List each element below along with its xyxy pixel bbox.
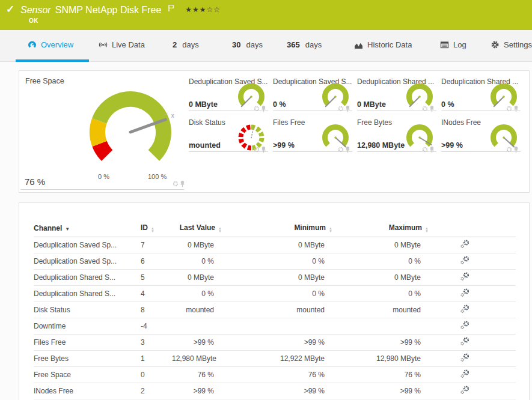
table-row-deduplication-shared-s---[interactable]: Deduplication Shared S...40 %0 %0 % — [34, 285, 516, 302]
min-cell — [222, 318, 332, 334]
channel-settings-cell — [429, 237, 516, 253]
star-empty-icon[interactable]: ☆ — [207, 5, 214, 14]
table-row-disk-status[interactable]: Disk Status8mountedmountedmounted — [34, 302, 516, 318]
gauge-value: >99 % — [441, 141, 463, 150]
tab-log[interactable]: Log — [440, 30, 466, 59]
mini-gauge-tile-8[interactable]: INodes Free >99 % — [441, 117, 521, 152]
tile-gear-pin-icons[interactable] — [246, 145, 267, 153]
star-empty-icon[interactable]: ☆ — [213, 5, 221, 14]
mini-gauge-tile-2[interactable]: Deduplication Saved S... 0 % — [273, 76, 352, 111]
max-cell: 0 MByte — [332, 269, 429, 285]
id-cell: 8 — [141, 302, 172, 318]
channels-table-panel: Channel▼ ID▲▼ Last Value▲▼ Minimum▲▼ Max… — [19, 202, 530, 400]
channel-settings-gears-icon[interactable] — [460, 385, 469, 395]
last-cell: 76 % — [172, 366, 222, 383]
channel-settings-gears-icon[interactable] — [460, 336, 469, 347]
star-filled-icon[interactable]: ★ — [192, 5, 200, 14]
max-cell: >99 % — [332, 334, 429, 350]
col-header-channel[interactable]: Channel▼ — [34, 220, 141, 237]
max-cell — [332, 318, 429, 334]
table-row-free-space[interactable]: Free Space076 %76 %76 % — [34, 366, 516, 383]
priority-flag-icon[interactable] — [168, 4, 174, 14]
tab-settings[interactable]: Settings — [491, 30, 532, 59]
mini-gauge-tile-3[interactable]: Deduplication Shared ... 0 MByte — [357, 76, 436, 111]
tile-divider — [20, 189, 184, 190]
sort-desc-icon: ▼ — [65, 226, 70, 232]
channel-settings-gears-icon[interactable] — [460, 304, 469, 314]
pin-icon — [346, 106, 349, 109]
max-cell: 0 % — [332, 285, 429, 302]
channel-settings-gears-icon[interactable] — [460, 320, 469, 330]
tab-live-data[interactable]: Live Data — [99, 30, 145, 59]
channel-settings-gears-icon[interactable] — [460, 369, 469, 379]
tile-gear-pin-icons[interactable] — [499, 104, 519, 112]
table-row-files-free[interactable]: Files Free3>99 %>99 %>99 % — [34, 334, 516, 350]
tile-gear-pin-icons[interactable] — [415, 145, 435, 153]
mini-gauge-tile-4[interactable]: Deduplication Shared ... 0 % — [441, 76, 521, 111]
pin-icon — [262, 106, 265, 109]
tab-30-days[interactable]: 30 days — [232, 30, 263, 59]
star-filled-icon[interactable]: ★ — [185, 5, 192, 14]
active-tab-underline — [16, 59, 89, 62]
col-header-maximum[interactable]: Maximum▲▼ — [332, 220, 429, 237]
id-cell: 0 — [141, 366, 172, 383]
max-cell: 0 MByte — [332, 237, 429, 253]
object-kind-label: Sensor — [20, 5, 51, 15]
mini-gauge-tile-7[interactable]: Free Bytes 12,980 MByte — [357, 117, 436, 152]
gauge-tile-free-space[interactable]: Free Space x 0 % 100 % 76 % — [19, 71, 188, 193]
chart-icon — [354, 41, 363, 49]
last-cell: 0 MByte — [172, 237, 222, 253]
tile-gear-pin-icons[interactable] — [165, 179, 186, 187]
channel-cell: Deduplication Shared S... — [34, 285, 141, 302]
table-row-downtime[interactable]: Downtime-4 — [34, 318, 516, 334]
channel-settings-gears-icon[interactable] — [460, 353, 469, 363]
pin-icon — [430, 106, 433, 109]
table-row-free-bytes[interactable]: Free Bytes112,980 MByte12,922 MByte12,98… — [34, 350, 516, 366]
id-cell: 1 — [141, 350, 172, 366]
col-header-last-value[interactable]: Last Value▲▼ — [172, 220, 222, 237]
tile-gear-pin-icons[interactable] — [246, 104, 267, 112]
gear-icon — [339, 107, 343, 111]
channel-settings-gears-icon[interactable] — [460, 255, 469, 265]
min-cell: 0 MByte — [222, 269, 332, 285]
tile-gear-pin-icons[interactable] — [331, 104, 351, 112]
col-header-id[interactable]: ID▲▼ — [141, 220, 172, 237]
priority-stars[interactable]: ★★★☆☆ — [185, 5, 221, 14]
gear-icon — [491, 40, 500, 49]
channel-settings-gears-icon[interactable] — [460, 288, 469, 298]
mini-gauge-tile-6[interactable]: Files Free >99 % — [273, 117, 352, 152]
mini-gauge-tile-1[interactable]: Deduplication Saved S... 0 MByte — [189, 76, 268, 111]
tile-gear-pin-icons[interactable] — [415, 104, 435, 112]
table-row-deduplication-shared-s---[interactable]: Deduplication Shared S...50 MByte0 MByte… — [34, 269, 516, 285]
gauge-value: 0 MByte — [189, 100, 218, 109]
channel-settings-gears-icon[interactable] — [460, 239, 469, 249]
pin-icon — [430, 147, 433, 150]
max-cell: mounted — [332, 302, 429, 318]
gear-icon — [507, 107, 511, 111]
id-cell: 2 — [141, 383, 172, 399]
table-row-deduplication-saved-sp---[interactable]: Deduplication Saved Sp...70 MByte0 MByte… — [34, 237, 516, 253]
sensor-title: SNMP NetApp Disk Free — [55, 5, 162, 15]
min-cell: >99 % — [222, 334, 332, 350]
tab-365-days[interactable]: 365 days — [287, 30, 322, 59]
tab-2-days[interactable]: 2 days — [173, 30, 199, 59]
star-filled-icon[interactable]: ★ — [200, 5, 207, 14]
tile-gear-pin-icons[interactable] — [499, 145, 519, 153]
channel-settings-cell — [429, 269, 516, 285]
tile-gear-pin-icons[interactable] — [331, 145, 351, 153]
tab-historic-data[interactable]: Historic Data — [354, 30, 412, 59]
min-cell: 76 % — [222, 366, 332, 383]
table-row-inodes-free[interactable]: INodes Free2>99 %>99 %>99 % — [34, 383, 516, 399]
last-cell — [172, 318, 222, 334]
max-cell: >99 % — [332, 383, 429, 399]
channel-settings-cell — [429, 253, 516, 269]
tab-overview[interactable]: Overview — [28, 30, 73, 59]
status-ok-check-icon: ✓ — [6, 3, 14, 16]
channel-settings-gears-icon[interactable] — [460, 271, 469, 282]
last-cell: >99 % — [172, 334, 222, 350]
mini-gauge-tile-5[interactable]: Disk Status mounted — [189, 117, 268, 152]
max-cell: 76 % — [332, 366, 429, 383]
table-row-deduplication-saved-sp---[interactable]: Deduplication Saved Sp...60 %0 %0 % — [34, 253, 516, 269]
gear-icon — [423, 107, 427, 111]
col-header-minimum[interactable]: Minimum▲▼ — [222, 220, 332, 237]
